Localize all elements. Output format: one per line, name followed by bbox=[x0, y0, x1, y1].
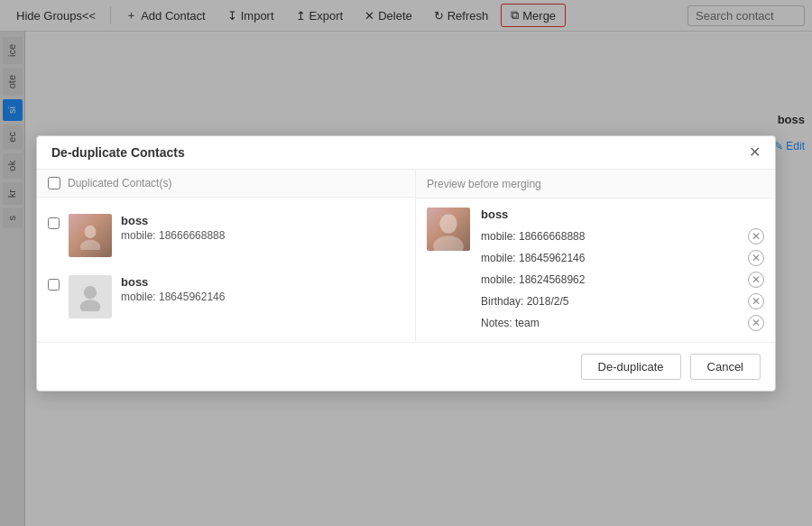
svg-point-1 bbox=[80, 239, 100, 249]
contact-avatar-2 bbox=[69, 275, 112, 318]
preview-field-row-2: mobile: 18624568962 ✕ bbox=[481, 270, 764, 290]
contact-detail-1: mobile: 18666668888 bbox=[121, 229, 225, 242]
contact-avatar-1 bbox=[69, 214, 112, 257]
svg-point-0 bbox=[85, 225, 97, 237]
remove-field-btn-3[interactable]: ✕ bbox=[748, 293, 764, 309]
left-panel-label: Duplicated Contact(s) bbox=[68, 177, 171, 189]
preview-field-text-1: mobile: 18645962146 bbox=[481, 252, 585, 264]
preview-name: boss bbox=[481, 208, 764, 221]
dialog-title: De-duplicate Contacts bbox=[51, 145, 185, 160]
preview-field-text-3: Birthday: 2018/2/5 bbox=[481, 295, 568, 308]
preview-avatar bbox=[427, 208, 470, 251]
close-button[interactable]: ✕ bbox=[749, 145, 761, 160]
contact-name-2: boss bbox=[121, 275, 225, 289]
contact-checkbox-1[interactable] bbox=[48, 217, 60, 229]
boss-photo-1 bbox=[69, 214, 112, 257]
preview-right: boss mobile: 18666668888 ✕ mobile: 18645… bbox=[481, 208, 764, 333]
svg-point-2 bbox=[84, 286, 97, 299]
preview-field-text-0: mobile: 18666668888 bbox=[481, 230, 585, 243]
contact-info-1: boss mobile: 18666668888 bbox=[121, 214, 225, 242]
contact-item-1[interactable]: boss mobile: 18666668888 bbox=[37, 205, 415, 266]
preview-field-text-2: mobile: 18624568962 bbox=[481, 273, 585, 286]
contact-checkbox-2[interactable] bbox=[48, 279, 60, 291]
right-panel-label: Preview before merging bbox=[427, 178, 541, 190]
dedup-dialog: De-duplicate Contacts ✕ Duplicated Conta… bbox=[36, 135, 776, 392]
remove-field-btn-1[interactable]: ✕ bbox=[748, 250, 764, 266]
contact-detail-2: mobile: 18645962146 bbox=[121, 291, 225, 303]
contacts-list: boss mobile: 18666668888 bbox=[37, 198, 415, 342]
preview-field-row-0: mobile: 18666668888 ✕ bbox=[481, 226, 764, 246]
modal-overlay: De-duplicate Contacts ✕ Duplicated Conta… bbox=[0, 0, 812, 526]
right-panel: Preview before merging bbox=[416, 170, 775, 342]
preview-left bbox=[427, 208, 470, 333]
preview-area: boss mobile: 18666668888 ✕ mobile: 18645… bbox=[416, 198, 775, 342]
svg-point-5 bbox=[433, 235, 464, 251]
preview-field-row-1: mobile: 18645962146 ✕ bbox=[481, 248, 764, 268]
preview-field-row-4: Notes: team ✕ bbox=[481, 313, 764, 333]
contact-info-2: boss mobile: 18645962146 bbox=[121, 275, 225, 303]
cancel-button[interactable]: Cancel bbox=[690, 354, 761, 380]
svg-point-4 bbox=[439, 214, 457, 234]
contact-item-2[interactable]: boss mobile: 18645962146 bbox=[37, 266, 415, 328]
remove-field-btn-2[interactable]: ✕ bbox=[748, 272, 764, 288]
contact-name-1: boss bbox=[121, 214, 225, 227]
preview-photo bbox=[427, 208, 470, 251]
select-all-checkbox[interactable] bbox=[48, 177, 60, 189]
right-panel-header: Preview before merging bbox=[416, 170, 775, 198]
left-panel-header: Duplicated Contact(s) bbox=[37, 170, 415, 198]
svg-point-3 bbox=[80, 300, 100, 311]
dialog-body: Duplicated Contact(s) bbox=[37, 170, 775, 342]
remove-field-btn-0[interactable]: ✕ bbox=[748, 228, 764, 245]
dedup-button[interactable]: De-duplicate bbox=[581, 354, 681, 380]
remove-field-btn-4[interactable]: ✕ bbox=[748, 315, 764, 331]
left-panel: Duplicated Contact(s) bbox=[37, 170, 416, 342]
preview-field-row-3: Birthday: 2018/2/5 ✕ bbox=[481, 291, 764, 311]
dialog-header: De-duplicate Contacts ✕ bbox=[37, 136, 775, 170]
preview-field-text-4: Notes: team bbox=[481, 317, 540, 329]
dialog-footer: De-duplicate Cancel bbox=[37, 342, 775, 391]
